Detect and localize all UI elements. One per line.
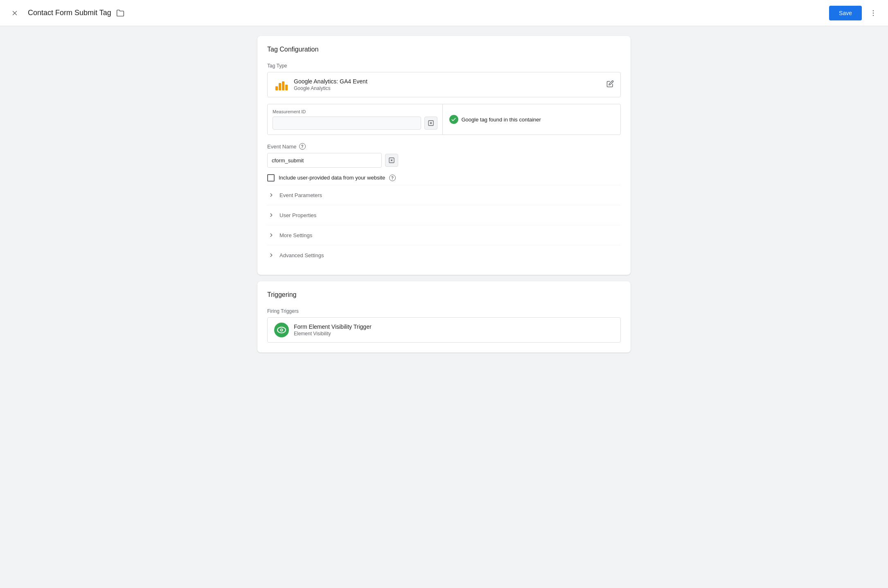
main-content: Tag Configuration Tag Type Google Analyt… <box>248 26 640 362</box>
user-properties-section[interactable]: User Properties <box>267 205 621 225</box>
header: Contact Form Submit Tag Save <box>0 0 888 26</box>
user-provided-data-checkbox-row[interactable]: Include user-provided data from your web… <box>267 174 621 182</box>
event-name-variable-button[interactable] <box>385 154 398 167</box>
measurement-row: Measurement ID <box>267 104 621 135</box>
more-settings-label: More Settings <box>279 232 312 238</box>
triggering-card: Triggering Firing Triggers Form Element … <box>257 281 631 352</box>
measurement-right: Google tag found in this container <box>443 104 621 135</box>
chevron-right-icon <box>267 231 275 239</box>
close-button[interactable] <box>7 5 23 21</box>
save-button[interactable]: Save <box>829 6 862 20</box>
event-name-help-icon[interactable]: ? <box>299 143 306 150</box>
bar-4 <box>285 85 288 90</box>
bar-1 <box>275 86 278 90</box>
advanced-settings-label: Advanced Settings <box>279 252 324 258</box>
tag-type-provider: Google Analytics <box>294 85 606 91</box>
firing-triggers-label: Firing Triggers <box>267 308 621 314</box>
triggering-title: Triggering <box>267 291 621 298</box>
measurement-left: Measurement ID <box>268 104 443 135</box>
header-right: Save <box>829 5 881 21</box>
tag-configuration-card: Tag Configuration Tag Type Google Analyt… <box>257 36 631 275</box>
page-title: Contact Form Submit Tag <box>28 9 111 17</box>
event-name-input-row <box>267 153 621 168</box>
event-parameters-label: Event Parameters <box>279 192 322 198</box>
trigger-name: Form Element Visibility Trigger <box>294 323 372 330</box>
tag-type-row[interactable]: Google Analytics: GA4 Event Google Analy… <box>267 72 621 97</box>
event-name-input[interactable] <box>267 153 382 168</box>
tag-type-info: Google Analytics: GA4 Event Google Analy… <box>294 78 606 91</box>
expandable-sections: Event Parameters User Properties More Se… <box>267 185 621 265</box>
event-name-section: Event Name ? <box>267 143 621 168</box>
user-provided-data-label: Include user-provided data from your web… <box>279 175 396 182</box>
chevron-right-icon <box>267 191 275 199</box>
user-properties-label: User Properties <box>279 212 316 218</box>
more-settings-section[interactable]: More Settings <box>267 225 621 245</box>
card-title-tag-config: Tag Configuration <box>267 46 621 53</box>
chevron-right-icon <box>267 211 275 219</box>
event-name-label-row: Event Name ? <box>267 143 621 150</box>
chevron-right-icon <box>267 251 275 259</box>
svg-point-4 <box>873 15 874 16</box>
trigger-info: Form Element Visibility Trigger Element … <box>294 323 372 337</box>
svg-point-3 <box>873 12 874 13</box>
svg-point-2 <box>873 10 874 11</box>
measurement-id-label: Measurement ID <box>273 109 437 114</box>
ga4-icon <box>274 77 289 92</box>
edit-icon[interactable] <box>606 80 614 90</box>
measurement-variable-button[interactable] <box>424 117 437 130</box>
checkbox-help-icon[interactable]: ? <box>389 175 396 181</box>
tag-type-name: Google Analytics: GA4 Event <box>294 78 606 85</box>
eye-icon <box>277 327 286 333</box>
user-provided-data-checkbox[interactable] <box>267 174 275 182</box>
svg-point-13 <box>281 329 282 331</box>
tag-type-label: Tag Type <box>267 63 621 69</box>
event-parameters-section[interactable]: Event Parameters <box>267 185 621 205</box>
trigger-icon <box>274 323 289 337</box>
google-tag-found-text: Google tag found in this container <box>462 117 541 123</box>
event-name-label: Event Name <box>267 144 297 150</box>
check-icon <box>449 115 458 124</box>
bar-2 <box>279 83 281 90</box>
header-left: Contact Form Submit Tag <box>7 5 829 21</box>
trigger-type: Element Visibility <box>294 331 372 337</box>
ga4-bars-icon <box>275 79 288 90</box>
advanced-settings-section[interactable]: Advanced Settings <box>267 245 621 265</box>
bar-3 <box>282 81 284 90</box>
more-options-button[interactable] <box>865 5 881 21</box>
measurement-input-row <box>273 117 437 130</box>
trigger-row[interactable]: Form Element Visibility Trigger Element … <box>267 317 621 343</box>
measurement-id-input[interactable] <box>273 117 421 130</box>
folder-icon[interactable] <box>116 9 124 17</box>
